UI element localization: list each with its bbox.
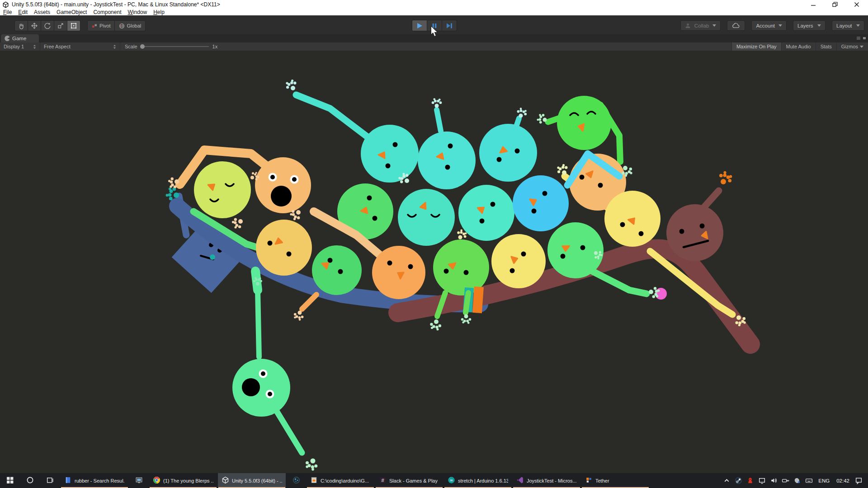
step-icon bbox=[446, 23, 453, 29]
scale-slider-handle[interactable] bbox=[140, 44, 145, 49]
menu-file[interactable]: File bbox=[0, 9, 15, 15]
scene-blob bbox=[604, 191, 660, 247]
rect-tool-button[interactable] bbox=[67, 20, 80, 31]
system-tray: ENG02:42 bbox=[723, 473, 868, 488]
aspect-dropdown[interactable]: Free Aspect bbox=[40, 42, 120, 51]
unity-icon bbox=[222, 476, 229, 485]
minimize-button[interactable] bbox=[808, 1, 818, 8]
taskbar-app-doc[interactable]: C:\coding\arduino\G... bbox=[307, 473, 374, 488]
global-button[interactable]: Global bbox=[115, 20, 146, 31]
scene-band bbox=[466, 293, 468, 313]
task-view-button[interactable] bbox=[40, 473, 60, 488]
scene-paw bbox=[286, 80, 296, 90]
taskbar-app-slack[interactable]: #Slack - Games & Play bbox=[375, 473, 443, 488]
step-button[interactable] bbox=[442, 20, 457, 31]
taskbar-app-vs[interactable]: JoystickTest - Micros... bbox=[513, 473, 580, 488]
collab-dropdown[interactable]: Collab bbox=[680, 20, 721, 31]
scene-paw bbox=[430, 319, 441, 330]
action-center-icon[interactable] bbox=[855, 477, 863, 484]
taskbar-app-chrome[interactable]: (1) The young Blerps ... bbox=[149, 473, 217, 488]
scale-slider[interactable] bbox=[141, 46, 209, 47]
scene-band bbox=[437, 110, 441, 131]
cortana-button[interactable] bbox=[20, 473, 40, 488]
clock[interactable]: 02:42 bbox=[835, 478, 851, 483]
tab-game[interactable]: Game bbox=[1, 34, 39, 42]
scene-blob bbox=[398, 189, 455, 246]
cloud-button[interactable] bbox=[727, 20, 745, 31]
scene-blob bbox=[557, 96, 611, 150]
arduino-icon: ∞ bbox=[448, 476, 455, 485]
win-icon bbox=[6, 476, 14, 485]
mute-audio-toggle[interactable]: Mute Audio bbox=[781, 42, 816, 51]
tray-kbd-icon[interactable] bbox=[805, 477, 813, 484]
scene-blob bbox=[372, 246, 425, 299]
taskbar-app-label: stretch | Arduino 1.6.13 bbox=[458, 478, 508, 483]
taskbar-app-unity[interactable]: Unity 5.5.0f3 (64bit) - ... bbox=[218, 473, 286, 488]
stepper-icon bbox=[113, 44, 116, 49]
menu-window[interactable]: Window bbox=[124, 9, 150, 15]
pivot-icon bbox=[92, 23, 98, 29]
menu-help[interactable]: Help bbox=[150, 9, 168, 15]
tray-steam-icon[interactable] bbox=[735, 477, 742, 484]
pivot-global-group: Pivot Global bbox=[87, 20, 146, 31]
scene-blob bbox=[491, 234, 546, 288]
menu-component[interactable]: Component bbox=[90, 9, 124, 15]
scene-band bbox=[258, 290, 259, 357]
game-toolbar: Display 1 Free Aspect Scale 1x Maximize … bbox=[0, 42, 868, 51]
scene-band bbox=[703, 191, 719, 208]
gizmos-dropdown[interactable]: Gizmos bbox=[836, 42, 868, 51]
cloud-icon bbox=[731, 22, 741, 29]
menu-assets[interactable]: Assets bbox=[31, 9, 53, 15]
taskbar-app-label: Slack - Games & Play bbox=[389, 478, 438, 483]
layers-dropdown[interactable]: Layers bbox=[793, 20, 826, 31]
restore-button[interactable] bbox=[830, 1, 840, 8]
scene-paw bbox=[432, 98, 442, 108]
scene-blob bbox=[479, 124, 537, 182]
scene-paw bbox=[232, 218, 243, 228]
hand-tool-button[interactable] bbox=[14, 20, 28, 31]
move-tool-button[interactable] bbox=[28, 20, 41, 31]
taskbar-app-arduino[interactable]: ∞stretch | Arduino 1.6.13 bbox=[444, 473, 512, 488]
game-viewport[interactable] bbox=[0, 51, 868, 473]
account-dropdown[interactable]: Account bbox=[751, 20, 787, 31]
menu-gameobject[interactable]: GameObject bbox=[53, 9, 90, 15]
tray-display-icon[interactable] bbox=[758, 477, 766, 484]
taskbar-app-snip[interactable] bbox=[129, 473, 148, 488]
display-dropdown[interactable]: Display 1 bbox=[0, 42, 40, 51]
tray-mouse-icon[interactable] bbox=[793, 477, 801, 484]
start-button[interactable] bbox=[0, 473, 20, 488]
tray-power-icon[interactable] bbox=[782, 477, 789, 484]
tray-volume-icon[interactable] bbox=[770, 477, 778, 484]
play-button[interactable] bbox=[412, 20, 427, 31]
chevron-down-icon bbox=[712, 24, 716, 27]
rotate-tool-button[interactable] bbox=[41, 20, 54, 31]
chevron-down-icon bbox=[856, 24, 860, 27]
desktop: Unity 5.5.0f3 (64bit) - main.unity - Joy… bbox=[0, 0, 868, 488]
unity-logo-icon bbox=[2, 1, 9, 8]
scene-blob bbox=[232, 359, 290, 417]
close-button[interactable] bbox=[852, 1, 862, 8]
book-icon bbox=[64, 476, 72, 485]
taskbar-app-sphere[interactable] bbox=[287, 473, 306, 488]
menu-edit[interactable]: Edit bbox=[15, 9, 31, 15]
taskbar-app-tether[interactable]: Tether bbox=[581, 473, 649, 488]
stats-toggle[interactable]: Stats bbox=[816, 42, 836, 51]
scale-label: Scale bbox=[125, 44, 137, 49]
maximize-on-play-toggle[interactable]: Maximize On Play bbox=[731, 42, 781, 51]
taskbar-app-label: (1) The young Blerps ... bbox=[163, 478, 213, 483]
language-indicator[interactable]: ENG bbox=[817, 478, 831, 483]
panel-menu-icon[interactable] bbox=[856, 36, 866, 40]
menubar: FileEditAssetsGameObjectComponentWindowH… bbox=[0, 9, 868, 16]
chrome-icon bbox=[153, 476, 160, 485]
pivot-button[interactable]: Pivot bbox=[87, 20, 115, 31]
tray-chevron-icon[interactable] bbox=[723, 477, 731, 484]
scene-blob bbox=[513, 175, 569, 231]
taskbar-app-book[interactable]: rubber - Search Resul... bbox=[61, 473, 128, 488]
scale-tool-button[interactable] bbox=[54, 20, 67, 31]
stepper-icon bbox=[33, 44, 36, 49]
transform-tools bbox=[14, 20, 80, 31]
svg-text:#: # bbox=[381, 478, 384, 483]
tray-redapp-icon[interactable] bbox=[746, 477, 754, 484]
layout-dropdown[interactable]: Layout bbox=[832, 20, 864, 31]
scene-blob bbox=[312, 245, 362, 295]
